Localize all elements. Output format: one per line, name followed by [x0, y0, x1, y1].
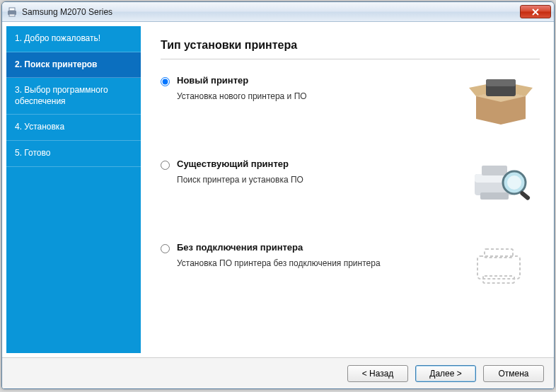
- svg-rect-12: [477, 256, 520, 279]
- main-panel: Тип установки принтера Новый принтер Уст…: [141, 26, 550, 353]
- sidebar-step-label: 3. Выбор программного обеспечения: [15, 85, 108, 106]
- printer-box-icon: [462, 75, 540, 125]
- divider: [161, 59, 540, 59]
- sidebar-step-label: 5. Готово: [15, 148, 50, 158]
- sidebar-step-1[interactable]: 1. Добро пожаловать!: [6, 26, 141, 52]
- body: 1. Добро пожаловать! 2. Поиск принтеров …: [2, 22, 554, 357]
- option-desc: Установка нового принтера и ПО: [177, 91, 455, 101]
- sidebar-step-label: 4. Установка: [15, 122, 64, 132]
- option-desc: Установка ПО принтера без подключения пр…: [177, 258, 455, 268]
- radio-existing-printer[interactable]: [161, 161, 170, 170]
- svg-rect-13: [485, 249, 513, 258]
- radio-new-printer[interactable]: [161, 77, 170, 86]
- svg-point-10: [507, 175, 521, 190]
- titlebar: Samsung M2070 Series: [2, 2, 554, 22]
- option-title: Существующий принтер: [177, 158, 455, 169]
- window-title: Samsung M2070 Series: [22, 7, 520, 17]
- svg-rect-8: [480, 192, 509, 200]
- cancel-label: Отмена: [498, 369, 528, 379]
- radio-no-connection[interactable]: [161, 244, 170, 253]
- sidebar-step-5[interactable]: 5. Готово: [6, 141, 141, 167]
- cancel-button[interactable]: Отмена: [483, 365, 544, 382]
- printer-ghost-icon: [462, 242, 540, 292]
- sidebar-step-3[interactable]: 3. Выбор программного обеспечения: [6, 78, 141, 115]
- option-new-printer[interactable]: Новый принтер Установка нового принтера …: [161, 75, 540, 125]
- back-button[interactable]: < Назад: [347, 365, 408, 382]
- svg-rect-7: [482, 166, 507, 175]
- sidebar-step-4[interactable]: 4. Установка: [6, 115, 141, 141]
- footer: < Назад Далее > Отмена: [2, 357, 554, 388]
- close-icon: [532, 6, 539, 18]
- option-existing-printer[interactable]: Существующий принтер Поиск принтера и ус…: [161, 158, 540, 208]
- printer-icon: [6, 6, 18, 18]
- svg-rect-11: [519, 190, 531, 201]
- svg-rect-4: [486, 79, 516, 86]
- sidebar-step-label: 2. Поиск принтеров: [15, 59, 97, 69]
- printer-search-icon: [462, 158, 540, 208]
- close-button[interactable]: [520, 5, 551, 18]
- next-button[interactable]: Далее >: [415, 365, 476, 382]
- option-no-connection[interactable]: Без подключения принтера Установка ПО пр…: [161, 242, 540, 292]
- installer-window: Samsung M2070 Series 1. Добро пожаловать…: [1, 1, 555, 389]
- back-label: < Назад: [362, 369, 394, 379]
- option-desc: Поиск принтера и установка ПО: [177, 175, 455, 185]
- svg-rect-2: [9, 14, 15, 16]
- sidebar-step-label: 1. Добро пожаловать!: [15, 33, 100, 43]
- option-title: Новый принтер: [177, 75, 455, 86]
- sidebar-step-2[interactable]: 2. Поиск принтеров: [6, 52, 141, 79]
- sidebar: 1. Добро пожаловать! 2. Поиск принтеров …: [6, 26, 141, 353]
- option-title: Без подключения принтера: [177, 242, 455, 253]
- svg-rect-1: [9, 8, 15, 11]
- next-label: Далее >: [429, 369, 462, 379]
- page-title: Тип установки принтера: [161, 39, 540, 52]
